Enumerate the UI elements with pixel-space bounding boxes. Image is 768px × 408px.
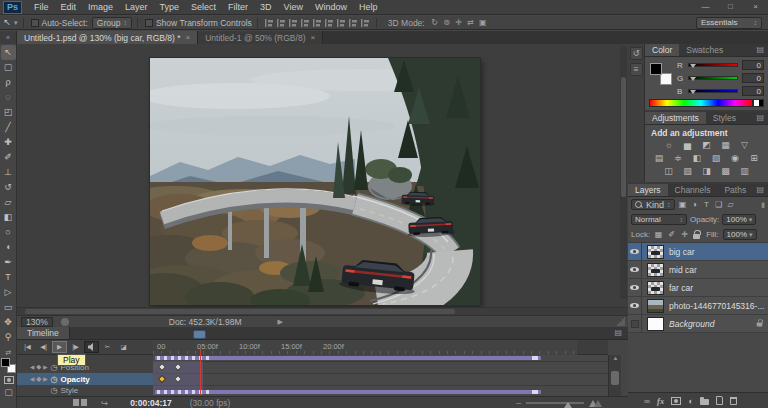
document-tab[interactable]: Untitled-1.psd @ 130% (big car, RGB/8) *…: [17, 31, 198, 44]
menu-item[interactable]: Help: [353, 0, 384, 14]
scrollbar-thumb[interactable]: [611, 371, 619, 385]
hand-tool[interactable]: ✥: [1, 315, 16, 330]
color-ramp[interactable]: [649, 99, 753, 107]
vibrance-icon[interactable]: ▽: [738, 140, 751, 151]
channel-slider[interactable]: [688, 63, 738, 67]
first-frame-button[interactable]: |◀: [20, 341, 35, 353]
layer-row[interactable]: Background: [628, 315, 768, 333]
filter-smart-object-icon[interactable]: ▱: [726, 200, 736, 209]
tab-channels[interactable]: Channels: [668, 184, 718, 196]
filter-pixel-icon[interactable]: ▣: [678, 200, 688, 209]
distribute-right-icon[interactable]: [360, 18, 370, 28]
threshold-icon[interactable]: ◨: [700, 166, 713, 177]
menu-item[interactable]: Edit: [55, 0, 83, 14]
menu-item[interactable]: Image: [82, 0, 119, 14]
timeline-vertical-scrollbar[interactable]: ▲ ▼: [608, 355, 621, 401]
clone-stamp-tool[interactable]: ⊥: [1, 165, 16, 180]
filter-type-icon[interactable]: T: [702, 200, 712, 209]
track-lanes[interactable]: [153, 355, 608, 396]
tab-styles[interactable]: Styles: [706, 112, 743, 124]
timeline-track-header[interactable]: ◀◆▶ ◷ Style: [17, 385, 153, 396]
move-tool[interactable]: ↖: [1, 45, 16, 60]
path-selection-tool[interactable]: ▷: [1, 285, 16, 300]
canvas-horizontal-scrollbar[interactable]: [17, 307, 628, 315]
menu-item[interactable]: View: [278, 0, 309, 14]
menu-item[interactable]: Window: [309, 0, 353, 14]
black-white-icon[interactable]: ◧: [691, 153, 704, 164]
prev-keyframe-icon[interactable]: ◀: [30, 376, 34, 382]
layer-thumbnail[interactable]: [647, 263, 664, 277]
tab-adjustments[interactable]: Adjustments: [645, 112, 706, 124]
zoom-in-icon[interactable]: [589, 399, 602, 407]
gradient-map-icon[interactable]: ▥: [738, 166, 751, 177]
curves-icon[interactable]: ◩: [700, 140, 713, 151]
3d-roll-icon[interactable]: ⊚: [441, 18, 453, 27]
screen-mode-icon[interactable]: ▢: [4, 387, 13, 397]
keyframe-navigator[interactable]: ◀◆▶: [30, 375, 47, 383]
fill-field[interactable]: 100% ▾: [723, 229, 757, 240]
brush-tool[interactable]: ✐: [1, 150, 16, 165]
blend-mode-dropdown[interactable]: Normal ↕: [631, 214, 687, 225]
prev-keyframe-icon[interactable]: ◀: [30, 364, 34, 370]
photo-filter-icon[interactable]: ▧: [710, 153, 723, 164]
timeline-track-header[interactable]: ◀◆▶ ◷ Opacity: [17, 373, 153, 385]
auto-select-checkbox[interactable]: [31, 19, 39, 27]
workspace-dropdown[interactable]: Essentials ↕: [696, 17, 762, 29]
3d-rotate-icon[interactable]: ↻: [429, 18, 441, 27]
align-center-h-icon[interactable]: [276, 18, 286, 28]
new-adjustment-button[interactable]: ◐: [688, 396, 693, 406]
filter-shape-icon[interactable]: ❏: [714, 200, 724, 209]
auto-select-target-dropdown[interactable]: Group ↕: [92, 17, 132, 29]
3d-drag-icon[interactable]: ✛: [453, 18, 465, 27]
can vas-pasteboard[interactable]: [17, 44, 628, 307]
hue-saturation-icon[interactable]: ▤: [653, 153, 666, 164]
visibility-toggle[interactable]: [628, 243, 642, 261]
scroll-up-icon[interactable]: ▲: [609, 355, 622, 361]
layer-thumbnail[interactable]: [647, 317, 664, 331]
brightness-contrast-icon[interactable]: ☼: [662, 140, 675, 151]
scrollbar-thumb[interactable]: [621, 77, 626, 197]
play-button[interactable]: ▶: [52, 341, 67, 353]
lock-all-icon[interactable]: [693, 234, 700, 239]
transition-button[interactable]: ◪: [116, 341, 131, 353]
show-transform-checkbox[interactable]: [145, 19, 153, 27]
history-brush-tool[interactable]: ↺: [1, 180, 16, 195]
document-tab[interactable]: Untitled-1 @ 50% (RGB/8) ×: [198, 31, 323, 44]
layer-row[interactable]: mid car: [628, 261, 768, 279]
visibility-toggle[interactable]: [628, 261, 642, 279]
next-keyframe-icon[interactable]: ▶: [43, 364, 47, 370]
align-bottom-icon[interactable]: [324, 18, 334, 28]
distribute-left-icon[interactable]: [336, 18, 346, 28]
panel-menu-icon[interactable]: ▤: [614, 327, 622, 339]
delete-layer-button[interactable]: [730, 397, 737, 405]
restore-button[interactable]: □: [718, 0, 743, 14]
previous-frame-button[interactable]: ◀|: [36, 341, 51, 353]
channel-slider[interactable]: [688, 89, 738, 93]
layer-row[interactable]: photo-1446770145316-...: [628, 297, 768, 315]
menu-item[interactable]: File: [28, 0, 55, 14]
flatten-frames-icon[interactable]: ↪: [101, 398, 108, 408]
channel-value-field[interactable]: 0: [742, 73, 764, 83]
align-top-icon[interactable]: [300, 18, 310, 28]
channel-value-field[interactable]: 0: [742, 60, 764, 70]
timeline-ruler[interactable]: 0005:00f10:00f15:00f20:00f: [153, 340, 608, 355]
layer-style-button[interactable]: fx: [657, 396, 664, 406]
minimize-button[interactable]: —: [693, 0, 718, 14]
foreground-color-swatch[interactable]: [650, 63, 662, 75]
status-arrow-icon[interactable]: ▶: [278, 318, 283, 326]
menu-item[interactable]: Select: [185, 0, 222, 14]
menu-item[interactable]: Filter: [222, 0, 254, 14]
invert-icon[interactable]: ◫: [662, 166, 675, 177]
layer-row[interactable]: big car: [628, 243, 768, 261]
new-group-button[interactable]: [700, 399, 709, 405]
healing-brush-tool[interactable]: ✚: [1, 135, 16, 150]
stopwatch-icon[interactable]: ◷: [50, 386, 57, 395]
zoom-level-field[interactable]: 130%: [21, 317, 53, 327]
blur-tool[interactable]: ○: [1, 225, 16, 240]
canvas-vertical-scrollbar[interactable]: [620, 47, 627, 299]
foreground-background-swatches[interactable]: [1, 358, 16, 373]
quick-selection-tool[interactable]: ◌: [1, 90, 16, 105]
audio-toggle-button[interactable]: [84, 341, 99, 353]
link-layers-button[interactable]: ∞: [644, 396, 650, 406]
foreground-color-swatch[interactable]: [1, 358, 10, 367]
